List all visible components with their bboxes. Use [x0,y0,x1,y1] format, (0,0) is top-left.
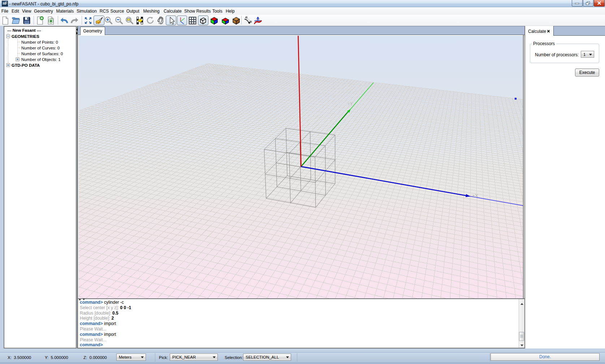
svg-text:--- New Fasant ---: --- New Fasant --- [7,28,41,32]
svg-text:Number of Curves: 0: Number of Curves: 0 [21,46,60,50]
svg-text:GEOMETRIES: GEOMETRIES [12,34,39,39]
svg-text:GTD-PO DATA: GTD-PO DATA [12,63,40,67]
svg-text:Number of Objects: 1: Number of Objects: 1 [21,57,61,62]
svg-text:+X: +X [472,193,478,198]
svg-text:Number of Points: 0: Number of Points: 0 [21,40,58,44]
svg-text:+Y: +Y [347,101,353,106]
svg-text:Number of Surfaces: 0: Number of Surfaces: 0 [21,52,63,56]
